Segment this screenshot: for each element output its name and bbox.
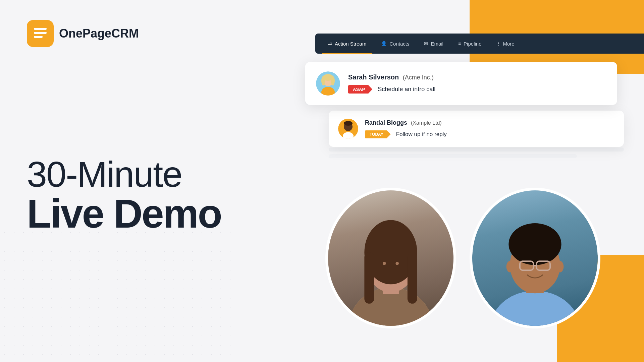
logo-part2: CRM [111,26,139,40]
contacts-icon: 👤 [381,41,387,46]
man-svg [472,188,598,326]
team-photos-container [322,188,604,362]
card-sarah-action: ASAP Schedule an intro call [348,85,606,94]
pipeline-icon: ≡ [458,41,461,46]
svg-rect-0 [34,28,47,30]
nav-pipeline[interactable]: ≡ Pipeline [452,38,488,49]
badge-today: TODAY [365,130,391,138]
crm-ui-section: ⇄ Action Stream 👤 Contacts ✉ Email ≡ Pip… [288,0,644,362]
svg-point-27 [506,261,514,273]
svg-rect-2 [34,36,43,38]
card-sarah-task: Schedule an intro call [378,86,435,93]
svg-point-28 [556,261,564,273]
card-randal-task: Follow up if no reply [396,131,447,138]
avatar-randal [338,119,358,139]
svg-rect-18 [364,252,374,303]
crm-navbar: ⇄ Action Stream 👤 Contacts ✉ Email ≡ Pip… [315,34,644,54]
svg-point-12 [344,121,353,126]
logo-part1: OnePage [59,26,111,40]
headline-line1: 30-Minute [27,155,262,193]
left-section: 30-Minute Live Demo [27,0,262,362]
nav-email[interactable]: ✉ Email [418,38,449,49]
nav-email-label: Email [431,41,443,47]
svg-point-23 [490,291,580,326]
card-randal-info: Randal Bloggs (Xample Ltd) TODAY Follow … [365,119,614,138]
more-icon: ⋮ [496,41,501,46]
badge-asap: ASAP [348,85,372,94]
svg-point-26 [508,223,561,265]
svg-point-21 [395,262,399,265]
card-randal-name: Randal Bloggs (Xample Ltd) [365,119,614,126]
nav-action-stream-label: Action Stream [335,41,366,47]
avatar-sarah-svg [316,71,340,96]
nav-pipeline-label: Pipeline [464,41,481,47]
avatar-sarah [316,71,340,96]
headline-line2: Live Demo [27,193,262,234]
headline-area: 30-Minute Live Demo [27,155,262,233]
card-sarah-info: Sarah Silverson (Acme Inc.) ASAP Schedul… [348,73,606,94]
avatar-randal-svg [338,119,358,139]
photo-man [470,188,600,328]
svg-rect-19 [408,252,417,303]
logo-svg [32,25,49,42]
svg-point-8 [331,76,335,85]
card-sarah-name: Sarah Silverson (Acme Inc.) [348,73,606,81]
nav-action-stream[interactable]: ⇄ Action Stream [322,38,372,49]
photo-woman-bg [328,190,453,326]
woman-svg [328,188,453,326]
logo-text: OnePageCRM [59,26,139,41]
nav-contacts[interactable]: 👤 Contacts [375,38,415,49]
svg-point-20 [383,262,386,265]
photo-man-bg [472,190,598,326]
skeleton-line-4 [329,154,577,158]
svg-rect-1 [34,32,47,34]
photo-woman [325,188,456,328]
contact-card-randal: Randal Bloggs (Xample Ltd) TODAY Follow … [329,111,624,147]
skeleton-line-3 [329,147,624,152]
stream-icon: ⇄ [328,41,332,46]
svg-point-7 [321,76,325,85]
contact-card-sarah: Sarah Silverson (Acme Inc.) ASAP Schedul… [305,62,617,105]
logo-icon [27,20,54,47]
nav-more-label: More [503,41,514,47]
logo-area: OnePageCRM [27,20,139,47]
nav-contacts-label: Contacts [389,41,409,47]
card-randal-action: TODAY Follow up if no reply [365,130,614,138]
email-icon: ✉ [424,41,428,46]
nav-more[interactable]: ⋮ More [490,38,520,49]
